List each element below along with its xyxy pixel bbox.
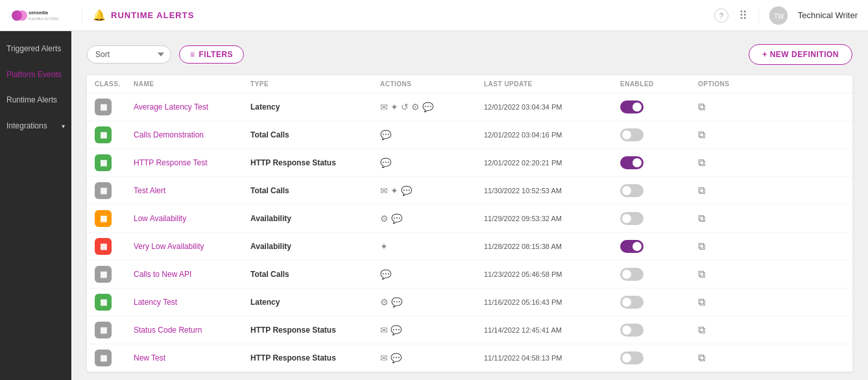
cell-enabled[interactable] <box>620 101 698 113</box>
help-icon[interactable]: ? <box>714 8 729 23</box>
cell-options: ⧉ <box>698 241 750 252</box>
toggle[interactable] <box>620 324 644 337</box>
email-icon: ✉ <box>380 102 388 112</box>
cell-class: ▦ <box>95 210 134 227</box>
toggle[interactable] <box>620 296 644 309</box>
new-definition-button[interactable]: + NEW DEFINITION <box>749 44 852 65</box>
cell-enabled[interactable] <box>620 351 698 364</box>
cell-name[interactable]: Average Latency Test <box>134 102 250 112</box>
cell-enabled[interactable] <box>620 268 698 281</box>
sidebar-item-triggered-alerts[interactable]: Triggered Alerts <box>0 36 71 62</box>
toggle[interactable] <box>620 240 644 253</box>
copy-icon[interactable]: ⧉ <box>698 296 705 308</box>
copy-icon[interactable]: ⧉ <box>698 185 705 196</box>
cell-name[interactable]: Very Low Availability <box>134 242 250 251</box>
copy-icon[interactable]: ⧉ <box>698 352 705 364</box>
cell-enabled[interactable] <box>620 156 698 169</box>
sidebar-item-platform-events[interactable]: Platform Events <box>0 62 71 88</box>
cell-name[interactable]: Latency Test <box>134 298 250 307</box>
slack-icon: ✦ <box>391 102 398 112</box>
toggle[interactable] <box>620 156 644 169</box>
toggle[interactable] <box>620 351 644 364</box>
cell-actions: 💬 <box>380 130 484 140</box>
class-icon: ▦ <box>95 350 112 366</box>
whatsapp-icon: 💬 <box>422 102 433 112</box>
class-icon: ▦ <box>95 182 112 199</box>
header-title-area: 🔔 RUNTIME ALERTS <box>82 9 714 21</box>
cell-enabled[interactable] <box>620 324 698 337</box>
table-row: ▦Test AlertTotal Calls✉✦💬11/30/2022 10:5… <box>87 177 852 205</box>
copy-icon[interactable]: ⧉ <box>698 129 705 141</box>
toggle[interactable] <box>620 268 644 281</box>
table-body: ▦Average Latency TestLatency✉✦↺⚙💬12/01/2… <box>87 93 852 372</box>
col-type: TYPE <box>250 80 380 88</box>
cell-name[interactable]: Status Code Return <box>134 326 250 335</box>
sidebar-item-runtime-alerts[interactable]: Runtime Alerts <box>0 88 71 113</box>
table-header: CLASS. NAME TYPE ACTIONS LAST UPDATE ENA… <box>87 75 852 93</box>
cell-name[interactable]: HTTP Response Test <box>134 158 250 167</box>
whatsapp-icon: 💬 <box>391 353 402 363</box>
email-icon: ✉ <box>380 325 388 335</box>
apps-icon[interactable]: ⠿ <box>739 8 748 23</box>
sidebar-integrations-label: Integrations <box>6 121 47 132</box>
logo-area: sensedia FLEXIBLE ACTIONS <box>10 6 82 25</box>
svg-text:FLEXIBLE ACTIONS: FLEXIBLE ACTIONS <box>29 17 59 21</box>
user-name: Technical Writer <box>798 10 858 20</box>
cell-name[interactable]: Low Availability <box>134 214 250 223</box>
cell-type: Latency <box>250 102 380 112</box>
filter-button[interactable]: ≡ FILTERS <box>179 45 244 64</box>
cell-class: ▦ <box>95 99 134 115</box>
copy-icon[interactable]: ⧉ <box>698 101 705 113</box>
cell-actions: ✉✦↺⚙💬 <box>380 102 484 112</box>
cell-enabled[interactable] <box>620 212 698 225</box>
toggle[interactable] <box>620 184 644 197</box>
toggle[interactable] <box>620 128 644 141</box>
slack-icon: ✦ <box>391 185 398 196</box>
cell-enabled[interactable] <box>620 296 698 309</box>
copy-icon[interactable]: ⧉ <box>698 157 705 169</box>
pagination: TOTAL 59 SHOW 102050 RESULTS PREV 1 2 3 … <box>87 372 852 380</box>
filter-icon: ≡ <box>190 50 195 59</box>
chevron-down-icon: ▾ <box>62 122 65 130</box>
cell-class: ▦ <box>95 294 134 311</box>
cell-last-update: 11/30/2022 10:52:53 AM <box>484 187 620 195</box>
alert-bell-icon: 🔔 <box>93 9 106 21</box>
cell-class: ▦ <box>95 154 134 171</box>
cell-actions: ✉💬 <box>380 325 484 335</box>
toggle[interactable] <box>620 212 644 225</box>
cell-enabled[interactable] <box>620 128 698 141</box>
copy-icon[interactable]: ⧉ <box>698 213 705 224</box>
cell-options: ⧉ <box>698 296 750 308</box>
cell-name[interactable]: Test Alert <box>134 186 250 195</box>
header-title: RUNTIME ALERTS <box>111 10 194 20</box>
copy-icon[interactable]: ⧉ <box>698 241 705 252</box>
cell-name[interactable]: New Test <box>134 353 250 362</box>
cell-actions: ⚙💬 <box>380 213 484 224</box>
cell-actions: ✉✦💬 <box>380 185 484 196</box>
cell-name[interactable]: Calls Demonstration <box>134 130 250 139</box>
copy-icon[interactable]: ⧉ <box>698 324 705 336</box>
table-container: CLASS. NAME TYPE ACTIONS LAST UPDATE ENA… <box>87 75 852 372</box>
cell-enabled[interactable] <box>620 240 698 253</box>
class-icon: ▦ <box>95 238 112 255</box>
cell-type: Availability <box>250 214 380 223</box>
toolbar-left: Sort ≡ FILTERS <box>87 45 244 64</box>
layout: Triggered Alerts Platform Events Runtime… <box>0 31 868 380</box>
sidebar: Triggered Alerts Platform Events Runtime… <box>0 31 71 380</box>
sidebar-item-integrations[interactable]: Integrations ▾ <box>0 113 71 139</box>
col-last-update: LAST UPDATE <box>484 80 620 88</box>
whatsapp-icon: 💬 <box>380 130 391 140</box>
sort-select[interactable]: Sort <box>87 45 171 64</box>
email-icon: ✉ <box>380 185 388 196</box>
table-row: ▦Low AvailabilityAvailability⚙💬11/29/202… <box>87 205 852 233</box>
table-row: ▦Calls to New APITotal Calls💬11/23/2022 … <box>87 261 852 289</box>
col-options: OPTIONS <box>698 80 750 88</box>
cell-actions: ⚙💬 <box>380 297 484 307</box>
toggle[interactable] <box>620 101 644 113</box>
sensedia-logo: sensedia FLEXIBLE ACTIONS <box>10 6 62 25</box>
cell-enabled[interactable] <box>620 184 698 197</box>
cell-type: Total Calls <box>250 270 380 279</box>
copy-icon[interactable]: ⧉ <box>698 268 705 280</box>
cell-name[interactable]: Calls to New API <box>134 270 250 279</box>
slack-icon: ✦ <box>380 241 388 252</box>
